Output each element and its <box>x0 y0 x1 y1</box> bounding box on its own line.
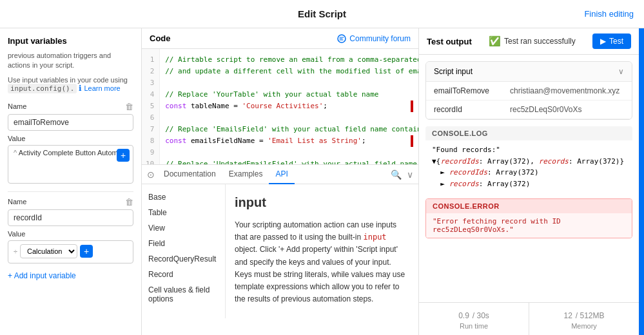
script-input-val-0: christiaan@movementmonk.xyz <box>510 86 620 95</box>
left-panel: Input variables previous automation trig… <box>0 28 142 335</box>
test-status: ✅ Test ran successfully <box>489 35 576 47</box>
api-section-record[interactable]: Record <box>142 267 225 282</box>
code-line-4: // Replace 'YourTable' with your actual … <box>165 89 413 100</box>
var-name-input-recordId[interactable] <box>8 209 133 226</box>
config-code: input.config(). <box>8 84 77 93</box>
metrics-row: 0.9 / 30s Run time 12 / 512MB Memory <box>419 302 639 335</box>
console-log-line-3: ► records: Array(372) <box>432 178 626 190</box>
console-log-line-0: "Found records:" <box>432 144 626 156</box>
community-forum-label: Community forum <box>349 34 411 43</box>
script-input-key-1: recordId <box>434 105 505 114</box>
var-name-label: Name <box>8 102 26 110</box>
chevron-down-icon-btn[interactable]: ∨ <box>407 169 413 180</box>
left-panel-title: Input variables <box>8 36 133 46</box>
code-line-9 <box>165 147 413 158</box>
script-input-chevron-button[interactable]: ∨ <box>618 67 624 76</box>
metric-run-time: 0.9 / 30s Run time <box>419 303 529 335</box>
code-title: Code <box>150 34 171 43</box>
tab-documentation[interactable]: Documentation <box>157 165 222 184</box>
var-name-label-2: Name <box>8 198 26 206</box>
learn-more-link[interactable]: ℹ Learn more <box>79 84 120 93</box>
api-panel: ⊙ Documentation Examples API 🔍 ∨ Base Ta… <box>142 164 418 335</box>
left-panel-config: Use input variables in your code using i… <box>8 76 133 99</box>
check-circle-icon: ✅ <box>489 35 501 47</box>
api-tab-icon: ⊙ <box>147 169 155 180</box>
var-value-box-emailToRemove: ^ Activity Complete Button Automa + <box>8 145 133 184</box>
var-name-row: Name 🗑 <box>8 102 133 111</box>
api-section-view[interactable]: View <box>142 220 225 236</box>
right-edge-bar <box>639 28 644 335</box>
console-error-header: CONSOLE.ERROR <box>426 199 632 213</box>
input-var-emailToRemove: Name 🗑 Value ^ Activity Complete Button … <box>8 102 133 184</box>
forum-icon <box>337 34 346 43</box>
left-panel-config-text: Use input variables in your code using <box>8 76 128 84</box>
api-sidebar: Base Table View Field RecordQueryResult … <box>142 184 418 318</box>
add-value-recordId-button[interactable]: + <box>80 245 93 258</box>
search-icon-btn[interactable]: 🔍 <box>391 169 402 180</box>
api-section-list: Base Table View Field RecordQueryResult … <box>142 184 226 318</box>
code-header: Code Community forum <box>142 28 418 49</box>
api-section-cell-values[interactable]: Cell values & field options <box>142 282 225 307</box>
top-bar: Edit Script Finish editing <box>0 0 644 28</box>
code-line-7: // Replace 'EmailsField' with your actua… <box>165 124 413 135</box>
script-input-box: Script input ∨ emailToRemove christiaan@… <box>425 61 632 120</box>
code-line-8: const emailsFieldName = 'Email List as S… <box>165 135 413 147</box>
code-panel: Code Community forum 12345 678910 111213… <box>142 28 419 335</box>
var-value-label-2: Value <box>8 230 133 238</box>
api-tab-icons: 🔍 ∨ <box>391 169 413 180</box>
api-section-table[interactable]: Table <box>142 205 225 220</box>
console-log-line-1: ▼{recordIds: Array(372), records: Array(… <box>432 156 626 168</box>
calculation-icon: ÷ <box>14 247 17 255</box>
var-value-icon: ^ <box>14 149 19 157</box>
right-header: Test output ✅ Test ran successfully ▶ Te… <box>419 28 639 55</box>
api-doc-text-1: Your scripting automation action can use… <box>235 219 409 305</box>
api-section-base[interactable]: Base <box>142 189 225 205</box>
code-area: 12345 678910 111213141516 // Airtable sc… <box>142 49 418 335</box>
calculation-row: ÷ Calculation + <box>14 244 128 258</box>
delete-var-recordId-button[interactable]: 🗑 <box>125 197 133 207</box>
test-output-title: Test output <box>427 37 472 46</box>
calculation-select[interactable]: Calculation <box>20 244 77 258</box>
right-content: Script input ∨ emailToRemove christiaan@… <box>419 55 639 302</box>
test-status-text: Test ran successfully <box>504 37 576 46</box>
code-line-5: const tableName = 'Course Activities'; <box>165 100 413 112</box>
page-title: Edit Script <box>298 8 346 19</box>
play-icon: ▶ <box>600 37 606 46</box>
console-error-content: "Error fetching record with ID rec5zDLeq… <box>426 213 632 238</box>
test-button[interactable]: ▶ Test <box>592 34 631 49</box>
tab-api[interactable]: API <box>269 165 294 184</box>
console-log-content: "Found records:" ▼{recordIds: Array(372)… <box>425 140 632 193</box>
add-input-variable-button[interactable]: + Add input variable <box>8 271 76 280</box>
delete-var-emailToRemove-button[interactable]: 🗑 <box>125 102 133 111</box>
api-section-recordqueryresult[interactable]: RecordQueryResult <box>142 251 225 267</box>
main-layout: Input variables previous automation trig… <box>0 28 644 335</box>
input-var-recordId: Name 🗑 Value ÷ Calculation + <box>8 197 133 263</box>
script-input-title: Script input <box>434 67 473 76</box>
metric-memory: 12 / 512MB Memory <box>529 303 639 335</box>
script-input-val-1: rec5zDLeqS0r0VoXs <box>510 105 581 114</box>
var-name-input-emailToRemove[interactable] <box>8 114 133 131</box>
add-value-emailToRemove-button[interactable]: + <box>117 149 130 162</box>
metric-memory-value: 12 / 512MB <box>537 308 631 321</box>
console-log-section: CONSOLE.LOG "Found records:" ▼{recordIds… <box>425 126 632 193</box>
right-panel: Test output ✅ Test ran successfully ▶ Te… <box>419 28 639 335</box>
api-input-code: input <box>363 233 386 242</box>
code-line-3 <box>165 77 413 89</box>
var-name-row-2: Name 🗑 <box>8 197 133 207</box>
finish-editing-button[interactable]: Finish editing <box>584 9 634 19</box>
script-input-row-0: emailToRemove christiaan@movementmonk.xy… <box>426 82 632 100</box>
console-log-header: CONSOLE.LOG <box>425 126 632 140</box>
tab-examples[interactable]: Examples <box>222 165 269 184</box>
api-doc-title: input <box>235 192 409 213</box>
api-tabs: ⊙ Documentation Examples API 🔍 ∨ <box>142 165 418 184</box>
script-input-key-0: emailToRemove <box>434 86 505 95</box>
script-input-row-1: recordId rec5zDLeqS0r0VoXs <box>426 100 632 119</box>
metric-run-time-label: Run time <box>427 322 521 330</box>
console-error-section: CONSOLE.ERROR "Error fetching record wit… <box>425 198 632 238</box>
var-value-text: Activity Complete Button Automa <box>19 149 122 157</box>
metric-memory-label: Memory <box>537 322 631 330</box>
community-forum-link[interactable]: Community forum <box>337 34 411 43</box>
api-doc-content: input Your scripting automation action c… <box>226 184 418 318</box>
api-section-field[interactable]: Field <box>142 236 225 251</box>
script-input-header: Script input ∨ <box>426 62 632 82</box>
